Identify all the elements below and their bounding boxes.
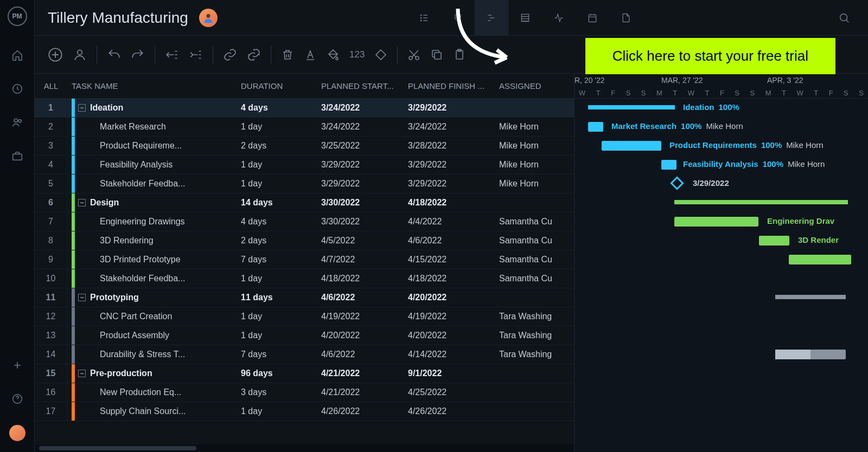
view-calendar-icon[interactable] [576, 0, 609, 36]
collapse-toggle[interactable]: − [78, 199, 86, 206]
undo-icon[interactable] [107, 48, 121, 62]
task-bar[interactable] [789, 255, 851, 264]
col-header-start[interactable]: PLANNED START... [321, 81, 408, 91]
delete-icon[interactable] [281, 48, 294, 61]
gantt-chart[interactable]: R, 20 '22MAR, 27 '22APR, 3 '22 WTFSSMTWT… [575, 74, 868, 452]
add-icon[interactable] [10, 358, 25, 373]
view-sheet-icon[interactable] [508, 0, 542, 36]
task-row[interactable]: 1 −Ideation 4 days 3/24/2022 3/29/2022 [35, 99, 574, 118]
home-icon[interactable] [10, 48, 25, 63]
briefcase-icon[interactable] [10, 148, 25, 164]
redo-icon[interactable] [131, 48, 145, 62]
task-name: Product Assembly [78, 331, 169, 340]
task-row[interactable]: 13 Product Assembly 1 day 4/20/2022 4/20… [35, 326, 574, 345]
start-cell: 4/5/2022 [321, 236, 408, 246]
task-row[interactable]: 9 3D Printed Prototype 7 days 4/7/2022 4… [35, 250, 574, 269]
task-bar[interactable] [661, 160, 676, 170]
col-header-name[interactable]: TASK NAME [67, 81, 241, 91]
copy-icon[interactable] [430, 48, 443, 61]
day-label: T [673, 89, 677, 97]
collapse-toggle[interactable]: − [78, 104, 86, 112]
task-bar[interactable] [775, 350, 846, 359]
assigned-cell: Samantha Cu [499, 274, 574, 283]
cta-free-trial-button[interactable]: Click here to start your free trial [585, 38, 835, 74]
unlink-icon[interactable] [247, 48, 261, 62]
fill-color-icon[interactable] [327, 48, 340, 61]
clock-icon[interactable] [10, 81, 25, 96]
task-row[interactable]: 15 −Pre-production 96 days 4/21/2022 9/1… [35, 364, 574, 383]
task-row[interactable]: 14 Durability & Stress T... 7 days 4/6/2… [35, 345, 574, 364]
milestone-marker[interactable] [670, 176, 684, 190]
row-number: 1 [35, 99, 67, 117]
task-name: Stakeholder Feedba... [78, 274, 185, 283]
view-activity-icon[interactable] [542, 0, 576, 36]
collapse-toggle[interactable]: − [78, 294, 86, 301]
day-label: S [859, 89, 864, 97]
phase-indicator [72, 250, 75, 269]
horizontal-scrollbar[interactable] [35, 444, 574, 452]
task-row[interactable]: 12 CNC Part Creation 1 day 4/19/2022 4/1… [35, 307, 574, 326]
task-row[interactable]: 11 −Prototyping 11 days 4/6/2022 4/20/20… [35, 288, 574, 307]
view-board-icon[interactable] [441, 0, 475, 36]
pm-logo[interactable]: PM [8, 7, 27, 26]
task-row[interactable]: 3 Product Requireme... 2 days 3/25/2022 … [35, 137, 574, 156]
phase-indicator [72, 402, 75, 421]
project-owner-avatar[interactable] [199, 9, 218, 27]
task-bar[interactable] [588, 122, 603, 132]
task-row[interactable]: 10 Stakeholder Feedba... 1 day 4/18/2022… [35, 269, 574, 288]
summary-bar[interactable] [588, 105, 675, 109]
text-color-icon[interactable] [304, 48, 317, 61]
finish-cell: 3/29/2022 [408, 160, 499, 170]
bar-label: Market Research 100% Mike Horn [611, 121, 743, 131]
user-avatar-small[interactable] [9, 425, 25, 441]
add-task-icon[interactable] [48, 47, 63, 62]
col-header-assigned[interactable]: ASSIGNED [499, 81, 574, 91]
task-bar[interactable] [759, 236, 789, 246]
task-row[interactable]: 16 New Production Eq... 3 days 4/21/2022… [35, 383, 574, 402]
row-number: 11 [35, 288, 67, 307]
start-cell: 3/25/2022 [321, 141, 408, 151]
search-icon[interactable] [833, 7, 855, 29]
day-label: T [814, 89, 818, 97]
task-bar[interactable] [674, 217, 758, 227]
duration-cell: 96 days [241, 369, 321, 378]
day-label: W [688, 89, 694, 97]
svg-point-6 [421, 15, 422, 16]
summary-bar[interactable] [775, 295, 846, 299]
cut-icon[interactable] [407, 48, 420, 61]
view-list-icon[interactable] [407, 0, 441, 36]
duration-cell: 1 day [241, 122, 321, 132]
task-row[interactable]: 8 3D Rendering 2 days 4/5/2022 4/6/2022 … [35, 231, 574, 250]
indent-icon[interactable] [189, 48, 203, 62]
paste-icon[interactable] [453, 48, 466, 61]
priority-icon[interactable] [374, 48, 387, 61]
task-row[interactable]: 17 Supply Chain Sourci... 1 day 4/26/202… [35, 402, 574, 421]
team-icon[interactable] [10, 115, 25, 130]
task-name: 3D Rendering [78, 236, 154, 246]
view-file-icon[interactable] [609, 0, 643, 36]
task-bar[interactable] [602, 141, 661, 151]
collapse-toggle[interactable]: − [78, 370, 86, 377]
task-row[interactable]: 4 Feasibility Analysis 1 day 3/29/2022 3… [35, 156, 574, 175]
task-row[interactable]: 2 Market Research 1 day 3/24/2022 3/24/2… [35, 118, 574, 137]
link-icon[interactable] [223, 48, 237, 62]
view-gantt-icon[interactable] [475, 0, 508, 36]
task-row[interactable]: 5 Stakeholder Feedba... 1 day 3/29/2022 … [35, 175, 574, 193]
finish-cell: 3/29/2022 [408, 103, 499, 113]
task-row[interactable]: 7 Engineering Drawings 4 days 3/30/2022 … [35, 212, 574, 231]
help-icon[interactable] [10, 391, 25, 406]
row-number: 8 [35, 231, 67, 250]
outdent-icon[interactable] [165, 48, 179, 62]
row-number: 6 [35, 193, 67, 212]
task-row[interactable]: 6 −Design 14 days 3/30/2022 4/18/2022 [35, 193, 574, 212]
col-header-all[interactable]: ALL [35, 81, 67, 91]
assign-icon[interactable] [73, 48, 87, 62]
start-cell: 3/24/2022 [321, 122, 408, 132]
row-number: 17 [35, 402, 67, 421]
summary-bar[interactable] [674, 200, 848, 204]
svg-point-2 [18, 120, 21, 122]
phase-indicator [72, 137, 75, 155]
col-header-duration[interactable]: DURATION [241, 81, 321, 91]
col-header-finish[interactable]: PLANNED FINISH ... [408, 81, 499, 91]
start-cell: 3/29/2022 [321, 179, 408, 189]
